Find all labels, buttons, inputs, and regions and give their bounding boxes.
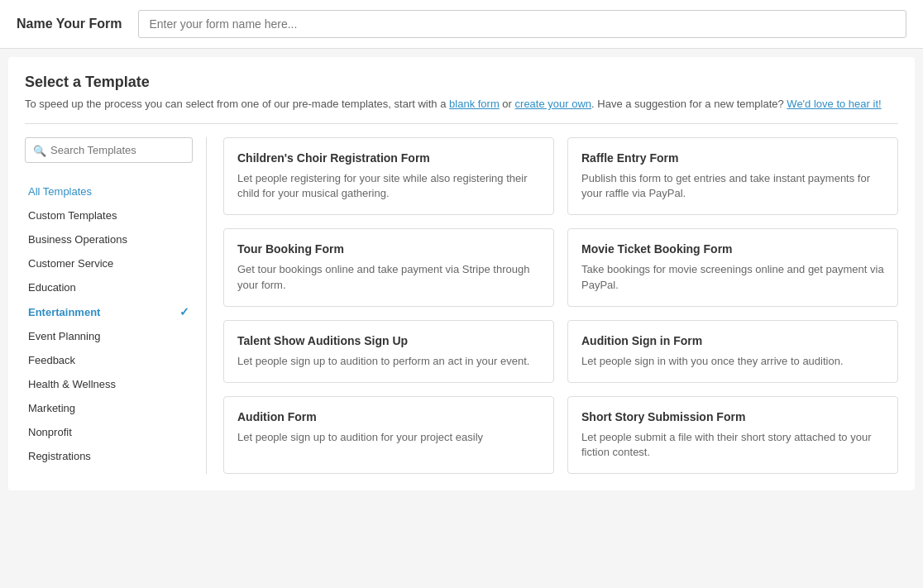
sidebar-item-education[interactable]: Education bbox=[25, 275, 193, 299]
section-title: Select a Template bbox=[25, 74, 898, 91]
sidebar-item-label: Customer Service bbox=[28, 257, 113, 270]
template-card-desc: Let people sign in with you once they ar… bbox=[581, 354, 884, 369]
sidebar-item-label: Event Planning bbox=[28, 330, 100, 342]
sidebar-item-marketing[interactable]: Marketing bbox=[25, 396, 193, 420]
template-card-tour-booking[interactable]: Tour Booking FormGet tour bookings onlin… bbox=[223, 228, 554, 306]
template-layout: 🔍 All TemplatesCustom TemplatesBusiness … bbox=[25, 137, 898, 474]
sidebar-item-customer-service[interactable]: Customer Service bbox=[25, 251, 193, 275]
sidebar-item-feedback[interactable]: Feedback bbox=[25, 348, 193, 372]
template-card-desc: Let people registering for your site whi… bbox=[237, 171, 540, 201]
template-card-desc: Let people sign up to audition for your … bbox=[237, 430, 540, 445]
sidebar-item-registrations[interactable]: Registrations bbox=[25, 444, 193, 468]
template-card-title: Children's Choir Registration Form bbox=[237, 151, 540, 165]
section-subtitle: To speed up the process you can select f… bbox=[25, 98, 898, 110]
sidebar-item-label: Marketing bbox=[28, 402, 75, 414]
template-card-movie-ticket[interactable]: Movie Ticket Booking FormTake bookings f… bbox=[567, 228, 898, 306]
template-card-desc: Let people submit a file with their shor… bbox=[581, 430, 884, 460]
template-card-title: Tour Booking Form bbox=[237, 242, 540, 256]
search-box-wrapper: 🔍 bbox=[25, 137, 193, 163]
sidebar-item-label: Health & Wellness bbox=[28, 378, 116, 390]
blank-form-link[interactable]: blank form bbox=[449, 98, 500, 110]
sidebar-item-entertainment[interactable]: Entertainment✓ bbox=[25, 299, 193, 324]
top-bar: Name Your Form bbox=[0, 0, 923, 49]
sidebar-item-label: Education bbox=[28, 281, 76, 294]
search-icon: 🔍 bbox=[33, 144, 46, 156]
template-card-talent-show[interactable]: Talent Show Auditions Sign UpLet people … bbox=[223, 320, 554, 383]
sidebar-item-label: Registrations bbox=[28, 450, 91, 462]
template-card-childrens-choir[interactable]: Children's Choir Registration FormLet pe… bbox=[223, 137, 554, 215]
form-name-label: Name Your Form bbox=[17, 17, 122, 31]
main-content: Select a Template To speed up the proces… bbox=[8, 57, 915, 490]
divider bbox=[25, 123, 898, 124]
template-card-raffle-entry[interactable]: Raffle Entry FormPublish this form to ge… bbox=[567, 137, 898, 215]
template-card-title: Movie Ticket Booking Form bbox=[581, 242, 884, 256]
template-card-title: Short Story Submission Form bbox=[581, 410, 884, 423]
active-check-icon: ✓ bbox=[179, 305, 189, 318]
sidebar-item-health-wellness[interactable]: Health & Wellness bbox=[25, 372, 193, 396]
sidebar-item-label: Entertainment bbox=[28, 306, 100, 318]
template-card-audition-sign-in[interactable]: Audition Sign in FormLet people sign in … bbox=[567, 320, 898, 383]
nav-list: All TemplatesCustom TemplatesBusiness Op… bbox=[25, 179, 193, 468]
love-to-hear-link[interactable]: We'd love to hear it! bbox=[787, 98, 881, 110]
sidebar-item-nonprofit[interactable]: Nonprofit bbox=[25, 420, 193, 444]
sidebar: 🔍 All TemplatesCustom TemplatesBusiness … bbox=[25, 137, 207, 474]
sidebar-item-event-planning[interactable]: Event Planning bbox=[25, 324, 193, 348]
template-card-desc: Take bookings for movie screenings onlin… bbox=[581, 262, 884, 292]
template-card-title: Raffle Entry Form bbox=[581, 151, 884, 165]
template-grid: Children's Choir Registration FormLet pe… bbox=[207, 137, 898, 474]
sidebar-item-label: Custom Templates bbox=[28, 209, 117, 222]
template-card-desc: Publish this form to get entries and tak… bbox=[581, 171, 884, 201]
template-card-title: Audition Form bbox=[237, 410, 540, 423]
template-card-title: Talent Show Auditions Sign Up bbox=[237, 334, 540, 347]
sidebar-item-label: Nonprofit bbox=[28, 426, 72, 438]
template-card-audition-form[interactable]: Audition FormLet people sign up to audit… bbox=[223, 396, 554, 474]
sidebar-item-label: Business Operations bbox=[28, 233, 127, 246]
create-your-own-link[interactable]: create your own bbox=[515, 98, 592, 110]
sidebar-item-label: Feedback bbox=[28, 354, 75, 366]
template-card-desc: Let people sign up to audition to perfor… bbox=[237, 354, 540, 369]
sidebar-item-custom-templates[interactable]: Custom Templates bbox=[25, 203, 193, 227]
sidebar-item-all-templates[interactable]: All Templates bbox=[25, 179, 193, 203]
sidebar-item-label: All Templates bbox=[28, 185, 92, 198]
search-input[interactable] bbox=[25, 137, 193, 163]
template-card-short-story[interactable]: Short Story Submission FormLet people su… bbox=[567, 396, 898, 474]
template-card-desc: Get tour bookings online and take paymen… bbox=[237, 262, 540, 292]
sidebar-item-business-operations[interactable]: Business Operations bbox=[25, 227, 193, 251]
template-card-title: Audition Sign in Form bbox=[581, 334, 884, 347]
form-name-input[interactable] bbox=[138, 10, 906, 38]
